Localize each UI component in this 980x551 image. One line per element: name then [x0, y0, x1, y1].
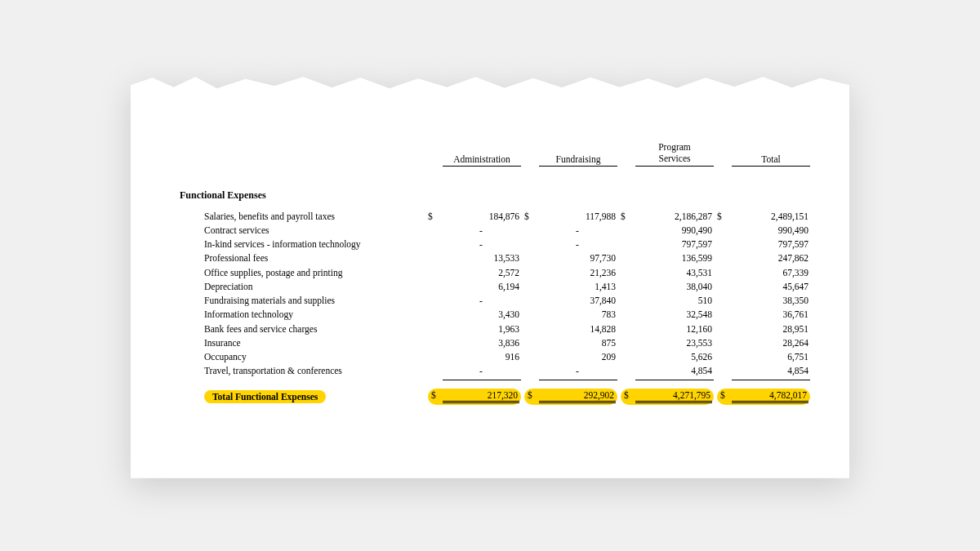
row-label: Information technology	[180, 308, 425, 322]
table-row: Travel, transportation & conferences--4,…	[180, 364, 800, 380]
cell-value: 990,490	[635, 224, 714, 238]
currency-symbol: $	[621, 210, 632, 224]
cell-value: 6,194	[443, 280, 521, 294]
cell-value: 875	[539, 336, 617, 350]
cell-value: -	[539, 238, 617, 251]
cell-value: 209	[539, 350, 617, 364]
cell-value: 916	[443, 350, 521, 364]
currency-symbol: $	[524, 210, 536, 224]
cell-value: 783	[539, 308, 617, 322]
section-title: Functional Expenses	[180, 189, 800, 202]
row-label: Depreciation	[180, 280, 425, 294]
table-row: Depreciation6,1941,41338,04045,647	[180, 280, 800, 294]
row-label: Travel, transportation & conferences	[180, 364, 425, 378]
cell-value: 2,572	[443, 266, 521, 280]
cell-value: -	[539, 224, 617, 238]
col-header-total: Total	[732, 154, 810, 167]
cell-value: 247,862	[732, 251, 810, 265]
cell-value: 797,597	[635, 238, 714, 251]
cell-value: 1,413	[539, 280, 617, 294]
cell-value: 12,160	[635, 322, 714, 336]
row-label: Contract services	[180, 224, 425, 238]
currency-symbol: $	[717, 210, 728, 224]
table-row: Information technology3,43078332,54836,7…	[180, 308, 800, 322]
cell-value: 797,597	[732, 238, 810, 251]
cell-value: 23,553	[635, 336, 714, 350]
functional-expenses-table: Administration Fundraising Program Servi…	[180, 142, 800, 404]
row-label: Salaries, benefits and payroll taxes	[180, 210, 425, 224]
cell-value: -	[443, 294, 521, 308]
row-label: In-kind services - information technolog…	[180, 238, 425, 251]
col-header-fundraising: Fundraising	[539, 154, 617, 167]
total-label: Total Functional Expenses	[180, 390, 425, 403]
col-header-program-services: Program Services	[635, 142, 714, 166]
cell-value: 3,836	[443, 336, 521, 350]
cell-value: 97,730	[539, 251, 617, 265]
cell-value: 43,531	[635, 266, 714, 280]
total-total: $ 4,782,017	[717, 389, 810, 405]
cell-value: -	[443, 364, 521, 380]
cell-value: 990,490	[732, 224, 810, 238]
document-paper: Administration Fundraising Program Servi…	[131, 73, 849, 478]
total-row: Total Functional Expenses $ 217,320 $ 29…	[180, 389, 800, 405]
table-row: Contract services--990,490990,490	[180, 224, 800, 238]
table-row: Bank fees and service charges1,96314,828…	[180, 322, 800, 336]
cell-value: 510	[635, 294, 714, 308]
row-label: Insurance	[180, 336, 425, 350]
cell-value: 37,840	[539, 294, 617, 308]
cell-value: 1,963	[443, 322, 521, 336]
table-row: In-kind services - information technolog…	[180, 238, 800, 251]
cell-value: 136,599	[635, 251, 714, 265]
currency-symbol: $	[428, 210, 439, 224]
row-label: Fundraising materials and supplies	[180, 294, 425, 308]
cell-value: 45,647	[732, 280, 810, 294]
cell-value: -	[443, 224, 521, 238]
cell-value: 14,828	[539, 322, 617, 336]
cell-value: 3,430	[443, 308, 521, 322]
cell-value: 184,876	[443, 210, 521, 224]
total-fundraising: $ 292,902	[524, 389, 617, 405]
cell-value: 67,339	[732, 266, 810, 280]
cell-value: 2,489,151	[732, 210, 810, 224]
cell-value: 32,548	[635, 308, 714, 322]
row-label: Bank fees and service charges	[180, 322, 425, 336]
table-header-row: Administration Fundraising Program Servi…	[180, 142, 800, 166]
cell-value: 28,264	[732, 336, 810, 350]
cell-value: 5,626	[635, 350, 714, 364]
cell-value: 38,040	[635, 280, 714, 294]
cell-value: 36,761	[732, 308, 810, 322]
cell-value: -	[443, 238, 521, 251]
col-header-administration: Administration	[443, 154, 521, 167]
cell-value: 38,350	[732, 294, 810, 308]
cell-value: 13,533	[443, 251, 521, 265]
table-row: Professional fees13,53397,730136,599247,…	[180, 251, 800, 265]
table-row: Fundraising materials and supplies-37,84…	[180, 294, 800, 308]
total-admin: $ 217,320	[428, 389, 521, 405]
cell-value: -	[539, 364, 617, 380]
row-label: Office supplies, postage and printing	[180, 266, 425, 280]
cell-value: 4,854	[635, 364, 714, 380]
cell-value: 21,236	[539, 266, 617, 280]
table-row: Insurance3,83687523,55328,264	[180, 336, 800, 350]
table-row: Salaries, benefits and payroll taxes$184…	[180, 210, 800, 224]
cell-value: 6,751	[732, 350, 810, 364]
total-program-services: $ 4,271,795	[621, 389, 714, 405]
table-row: Occupancy9162095,6266,751	[180, 350, 800, 364]
row-label: Occupancy	[180, 350, 425, 364]
cell-value: 117,988	[539, 210, 617, 224]
cell-value: 4,854	[732, 364, 810, 380]
row-label: Professional fees	[180, 251, 425, 265]
table-row: Office supplies, postage and printing2,5…	[180, 266, 800, 280]
cell-value: 2,186,287	[635, 210, 714, 224]
cell-value: 28,951	[732, 322, 810, 336]
